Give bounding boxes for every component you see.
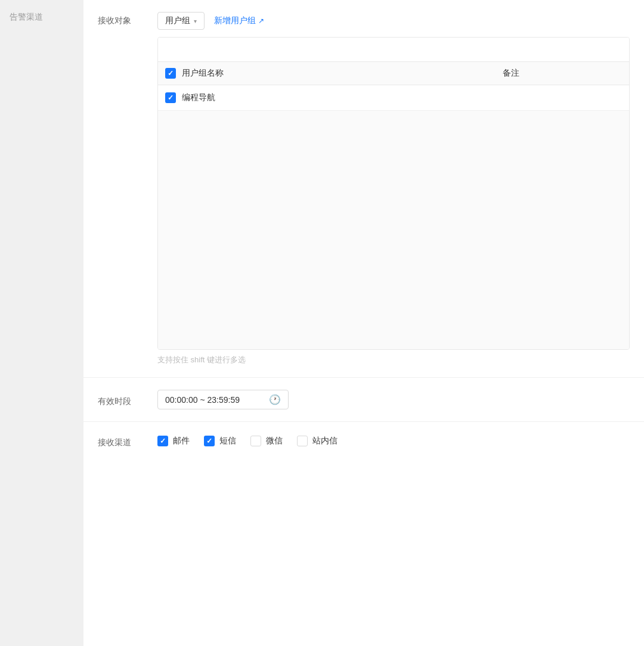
- search-row: [158, 38, 629, 62]
- channel-label: 接收渠道: [98, 434, 157, 448]
- sidebar-title: 告警渠道: [10, 12, 43, 21]
- col-note-header: 备注: [503, 68, 622, 79]
- external-link-icon: ↗: [258, 17, 264, 25]
- email-checkbox[interactable]: ✓: [157, 436, 168, 446]
- time-range-label: 有效时段: [98, 393, 157, 407]
- add-group-link[interactable]: 新增用户组 ↗: [214, 15, 264, 26]
- search-input[interactable]: [165, 42, 622, 57]
- main-content: 接收对象 用户组 ▾ 新增用户组 ↗: [83, 0, 644, 646]
- time-range-input[interactable]: 00:00:00 ~ 23:59:59 🕐: [157, 390, 289, 409]
- table-empty-area: [158, 111, 629, 349]
- dropdown-row: 用户组 ▾ 新增用户组 ↗: [157, 12, 630, 30]
- table-row: ✓ 编程导航: [158, 85, 629, 111]
- clock-icon[interactable]: 🕐: [269, 394, 281, 405]
- dropdown-value: 用户组: [165, 15, 190, 26]
- channel-wechat[interactable]: 微信: [250, 436, 283, 446]
- row-name-0: 编程导航: [182, 92, 215, 103]
- header-checkbox-wrap: ✓ 用户组名称: [165, 68, 493, 79]
- chevron-down-icon: ▾: [194, 18, 197, 24]
- email-label: 邮件: [173, 436, 190, 446]
- shift-hint-text: 支持按住 shift 键进行多选: [157, 355, 630, 365]
- receive-target-label: 接收对象: [98, 12, 157, 26]
- page-container: 告警渠道 接收对象 用户组 ▾ 新增用户组 ↗: [0, 0, 644, 646]
- receive-target-content: 用户组 ▾ 新增用户组 ↗: [157, 12, 630, 365]
- check-icon: ✓: [168, 94, 174, 101]
- header-checkbox[interactable]: ✓: [165, 68, 176, 79]
- col-name-header: 用户组名称: [182, 68, 493, 79]
- check-icon: ✓: [168, 70, 174, 77]
- insite-label: 站内信: [312, 436, 338, 446]
- time-range-value: 00:00:00 ~ 23:59:59: [165, 395, 264, 405]
- channel-options: ✓ 邮件 ✓ 短信 微信: [157, 436, 338, 446]
- sms-label: 短信: [219, 436, 236, 446]
- channel-insite[interactable]: 站内信: [297, 436, 338, 446]
- row-checkbox-0[interactable]: ✓: [165, 92, 176, 103]
- channel-email[interactable]: ✓ 邮件: [157, 436, 190, 446]
- user-group-dropdown[interactable]: 用户组 ▾: [157, 12, 205, 30]
- time-range-section: 有效时段 00:00:00 ~ 23:59:59 🕐: [83, 378, 644, 422]
- check-icon: ✓: [206, 437, 212, 445]
- receive-target-section: 接收对象 用户组 ▾ 新增用户组 ↗: [83, 0, 644, 378]
- wechat-checkbox[interactable]: [250, 436, 261, 446]
- sms-checkbox[interactable]: ✓: [204, 436, 215, 446]
- check-icon: ✓: [160, 437, 166, 445]
- row-checkbox-wrap: ✓ 编程导航: [165, 92, 612, 103]
- add-group-label: 新增用户组: [214, 15, 256, 26]
- insite-checkbox[interactable]: [297, 436, 308, 446]
- user-group-table: ✓ 用户组名称 备注 ✓ 编程导航: [157, 37, 630, 350]
- table-header: ✓ 用户组名称 备注: [158, 62, 629, 85]
- sidebar-label: 告警渠道: [0, 0, 83, 646]
- channel-section: 接收渠道 ✓ 邮件 ✓ 短信: [83, 422, 644, 460]
- wechat-label: 微信: [266, 436, 283, 446]
- channel-sms[interactable]: ✓ 短信: [204, 436, 236, 446]
